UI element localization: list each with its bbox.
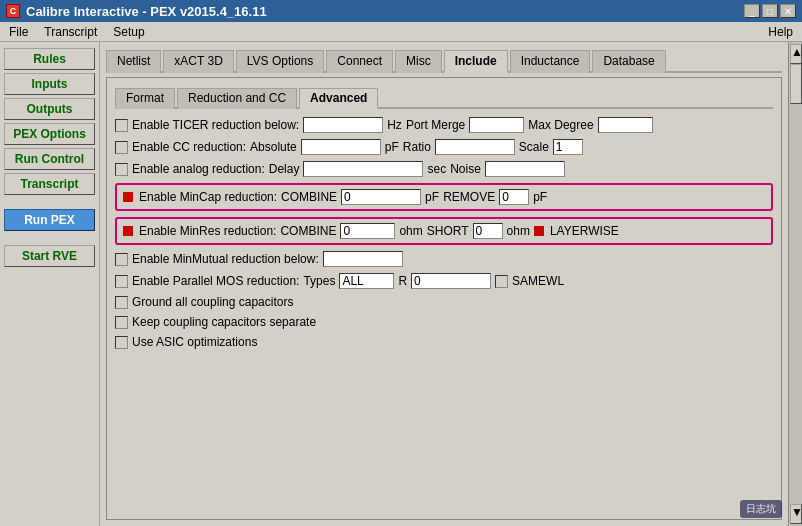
main-layout: Rules Inputs Outputs PEX Options Run Con… [0, 42, 802, 526]
ticer-max-degree-label: Max Degree [528, 118, 593, 132]
scrollbar-up-arrow[interactable]: ▲ [790, 44, 802, 64]
tab-database[interactable]: Database [592, 50, 665, 73]
minres-box: Enable MinRes reduction: COMBINE ohm SHO… [115, 217, 773, 245]
ticer-max-degree-input[interactable] [598, 117, 653, 133]
analog-checkbox[interactable] [115, 163, 128, 176]
sidebar-item-inputs[interactable]: Inputs [4, 73, 95, 95]
app-icon: C [6, 4, 20, 18]
cc-scale-input[interactable] [553, 139, 583, 155]
menu-file[interactable]: File [6, 24, 31, 40]
analog-noise-input[interactable] [485, 161, 565, 177]
tab-xact3d[interactable]: xACT 3D [163, 50, 233, 73]
tab-misc[interactable]: Misc [395, 50, 442, 73]
minmutual-row: Enable MinMutual reduction below: [115, 251, 773, 267]
asic-label: Use ASIC optimizations [132, 335, 257, 349]
menu-bar-left: File Transcript Setup [6, 24, 148, 40]
content-area: Netlist xACT 3D LVS Options Connect Misc… [100, 42, 788, 526]
parallel-mos-checkbox[interactable] [115, 275, 128, 288]
sidebar: Rules Inputs Outputs PEX Options Run Con… [0, 42, 100, 526]
window-controls: _ □ ✕ [744, 4, 796, 18]
main-panel: Format Reduction and CC Advanced Enable … [106, 77, 782, 520]
parallel-mos-row: Enable Parallel MOS reduction: Types R S… [115, 273, 773, 289]
tab-include[interactable]: Include [444, 50, 508, 73]
analog-row: Enable analog reduction: Delay sec Noise [115, 161, 773, 177]
ground-coupling-row: Ground all coupling capacitors [115, 295, 773, 309]
ticer-hz-input[interactable] [303, 117, 383, 133]
analog-delay-label: Delay [269, 162, 300, 176]
ticer-hz-label: Hz [387, 118, 402, 132]
minmutual-input[interactable] [323, 251, 403, 267]
minres-layerwise-indicator [534, 226, 544, 236]
mincap-pf-label1: pF [425, 190, 439, 204]
menu-transcript[interactable]: Transcript [41, 24, 100, 40]
sidebar-item-transcript[interactable]: Transcript [4, 173, 95, 195]
tab-advanced[interactable]: Advanced [299, 88, 378, 109]
cc-checkbox[interactable] [115, 141, 128, 154]
sidebar-item-rules[interactable]: Rules [4, 48, 95, 70]
minres-ohm-label1: ohm [399, 224, 422, 238]
analog-delay-input[interactable] [303, 161, 423, 177]
sidebar-item-pex-options[interactable]: PEX Options [4, 123, 95, 145]
ticer-checkbox[interactable] [115, 119, 128, 132]
cc-absolute-input[interactable] [301, 139, 381, 155]
minres-combine-input[interactable] [340, 223, 395, 239]
minres-layerwise-label: LAYERWISE [550, 224, 619, 238]
parallel-mos-types-input[interactable] [339, 273, 394, 289]
keep-coupling-label: Keep coupling capacitors separate [132, 315, 316, 329]
keep-coupling-checkbox[interactable] [115, 316, 128, 329]
tab-reduction-cc[interactable]: Reduction and CC [177, 88, 297, 109]
minmutual-label: Enable MinMutual reduction below: [132, 252, 319, 266]
tab-connect[interactable]: Connect [326, 50, 393, 73]
run-pex-button[interactable]: Run PEX [4, 209, 95, 231]
watermark: 日志坑 [740, 500, 782, 518]
maximize-button[interactable]: □ [762, 4, 778, 18]
ground-coupling-checkbox[interactable] [115, 296, 128, 309]
mincap-remove-input[interactable] [499, 189, 529, 205]
tab-inductance[interactable]: Inductance [510, 50, 591, 73]
parallel-mos-r-input[interactable] [411, 273, 491, 289]
analog-noise-label: Noise [450, 162, 481, 176]
mincap-row: Enable MinCap reduction: COMBINE pF REMO… [123, 189, 765, 205]
window-title: Calibre Interactive - PEX v2015.4_16.11 [26, 4, 267, 19]
tab-format[interactable]: Format [115, 88, 175, 109]
analog-label: Enable analog reduction: [132, 162, 265, 176]
parallel-mos-types-label: Types [303, 274, 335, 288]
mincap-box: Enable MinCap reduction: COMBINE pF REMO… [115, 183, 773, 211]
cc-row: Enable CC reduction: Absolute pF Ratio S… [115, 139, 773, 155]
minres-label: Enable MinRes reduction: [139, 224, 276, 238]
cc-ratio-label: Ratio [403, 140, 431, 154]
samewl-label: SAMEWL [512, 274, 564, 288]
keep-coupling-row: Keep coupling capacitors separate [115, 315, 773, 329]
mincap-combine-label: COMBINE [281, 190, 337, 204]
parallel-mos-r-label: R [398, 274, 407, 288]
scrollbar-thumb[interactable] [790, 64, 802, 104]
close-button[interactable]: ✕ [780, 4, 796, 18]
tab-netlist[interactable]: Netlist [106, 50, 161, 73]
scrollbar[interactable]: ▲ ▼ [788, 42, 802, 526]
ticer-port-merge-label: Port Merge [406, 118, 465, 132]
tab-lvs-options[interactable]: LVS Options [236, 50, 324, 73]
scrollbar-down-arrow[interactable]: ▼ [790, 504, 802, 524]
asic-row: Use ASIC optimizations [115, 335, 773, 349]
mincap-indicator [123, 192, 133, 202]
asic-checkbox[interactable] [115, 336, 128, 349]
menu-help[interactable]: Help [765, 24, 796, 40]
cc-scale-label: Scale [519, 140, 549, 154]
ticer-port-merge-input[interactable] [469, 117, 524, 133]
sidebar-item-outputs[interactable]: Outputs [4, 98, 95, 120]
minimize-button[interactable]: _ [744, 4, 760, 18]
cc-label: Enable CC reduction: [132, 140, 246, 154]
mincap-pf-label2: pF [533, 190, 547, 204]
menu-setup[interactable]: Setup [110, 24, 147, 40]
minres-indicator [123, 226, 133, 236]
menu-bar: File Transcript Setup Help [0, 22, 802, 42]
mincap-combine-input[interactable] [341, 189, 421, 205]
analog-sec-label: sec [427, 162, 446, 176]
minmutual-checkbox[interactable] [115, 253, 128, 266]
minres-row: Enable MinRes reduction: COMBINE ohm SHO… [123, 223, 765, 239]
samewl-checkbox[interactable] [495, 275, 508, 288]
start-rve-button[interactable]: Start RVE [4, 245, 95, 267]
sidebar-item-run-control[interactable]: Run Control [4, 148, 95, 170]
cc-ratio-input[interactable] [435, 139, 515, 155]
minres-short-input[interactable] [473, 223, 503, 239]
